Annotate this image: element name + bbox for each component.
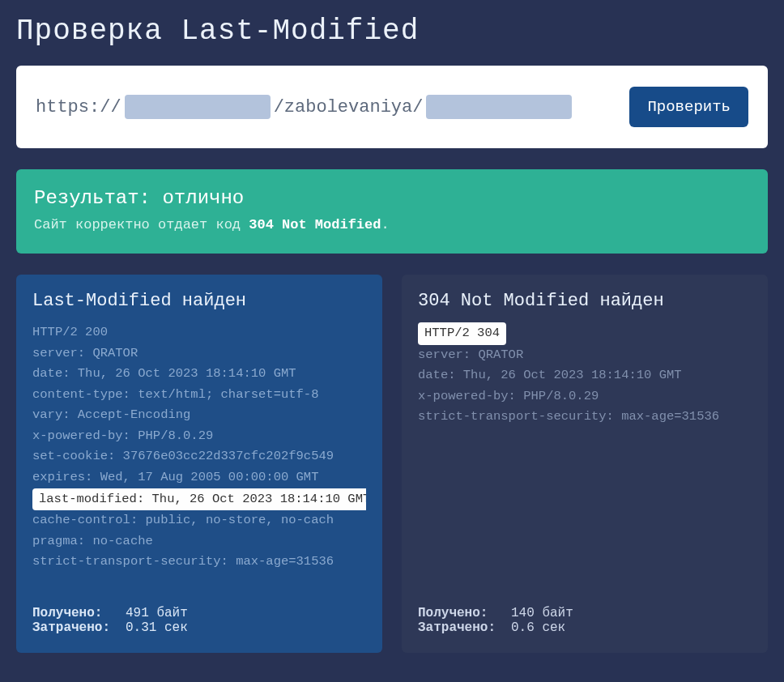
url-input-panel: https:// /zabolevaniya/ Проверить	[16, 66, 768, 148]
stat-row: Затрачено: 0.31 сек	[32, 620, 366, 635]
header-line: date: Thu, 26 Oct 2023 18:14:10 GMT	[418, 365, 752, 386]
url-prefix: https://	[36, 97, 121, 117]
page-title: Проверка Last-Modified	[16, 15, 768, 48]
header-line-highlight: last-modified: Thu, 26 Oct 2023 18:14:10…	[32, 488, 366, 511]
header-line: strict-transport-security: max-age=31536	[32, 552, 366, 573]
stat-value: 491 байт	[126, 606, 188, 620]
redacted-path	[426, 95, 572, 119]
header-line: x-powered-by: PHP/8.0.29	[32, 426, 366, 447]
stat-value: 140 байт	[511, 606, 573, 620]
stat-row: Получено: 491 байт	[32, 606, 366, 620]
response-headers-right: HTTP/2 304 server: QRATOR date: Thu, 26 …	[418, 322, 752, 590]
redacted-domain	[125, 95, 271, 119]
stat-value: 0.31 сек	[126, 620, 188, 635]
header-line: date: Thu, 26 Oct 2023 18:14:10 GMT	[32, 364, 366, 385]
stats-right: Получено: 140 байт Затрачено: 0.6 сек	[418, 606, 752, 635]
header-line: cache-control: public, no-store, no-cach	[32, 510, 366, 531]
header-line: HTTP/2 200	[32, 322, 366, 343]
response-columns: Last-Modified найден HTTP/2 200 server: …	[16, 275, 768, 653]
header-line: expires: Wed, 17 Aug 2005 00:00:00 GMT	[32, 467, 366, 488]
not-modified-card: 304 Not Modified найден HTTP/2 304 serve…	[402, 275, 768, 653]
last-modified-card: Last-Modified найден HTTP/2 200 server: …	[16, 275, 382, 653]
header-line: strict-transport-security: max-age=31536	[418, 407, 752, 428]
stat-label: Затрачено:	[32, 620, 126, 635]
header-line: set-cookie: 37676e03cc22d337cfc202f9c549	[32, 446, 366, 467]
stat-value: 0.6 сек	[511, 620, 565, 635]
result-banner: Результат: отлично Сайт корректно отдает…	[16, 169, 768, 254]
result-heading: Результат: отлично	[34, 187, 750, 209]
header-line: x-powered-by: PHP/8.0.29	[418, 386, 752, 407]
response-headers-left: HTTP/2 200 server: QRATOR date: Thu, 26 …	[32, 322, 366, 590]
url-mid: /zabolevaniya/	[274, 97, 424, 117]
header-line: pragma: no-cache	[32, 531, 366, 552]
header-line-highlight: HTTP/2 304	[418, 322, 752, 345]
header-line: content-type: text/html; charset=utf-8	[32, 385, 366, 406]
card-title: Last-Modified найден	[32, 291, 366, 311]
stats-left: Получено: 491 байт Затрачено: 0.31 сек	[32, 606, 366, 635]
result-text-pre: Сайт корректно отдает код	[34, 217, 249, 232]
stat-label: Получено:	[32, 606, 126, 620]
card-title: 304 Not Modified найден	[418, 291, 752, 311]
stat-label: Затрачено:	[418, 620, 511, 635]
header-line: vary: Accept-Encoding	[32, 405, 366, 426]
stat-row: Получено: 140 байт	[418, 606, 752, 620]
header-line: server: QRATOR	[32, 343, 366, 364]
header-line: server: QRATOR	[418, 345, 752, 366]
stat-label: Получено:	[418, 606, 511, 620]
result-text: Сайт корректно отдает код 304 Not Modifi…	[34, 217, 750, 232]
url-display[interactable]: https:// /zabolevaniya/	[36, 95, 618, 119]
result-text-strong: 304 Not Modified	[249, 217, 381, 232]
stat-row: Затрачено: 0.6 сек	[418, 620, 752, 635]
highlighted-header: last-modified: Thu, 26 Oct 2023 18:14:10…	[32, 488, 366, 511]
highlighted-header: HTTP/2 304	[418, 322, 506, 345]
result-text-post: .	[381, 217, 389, 232]
check-button[interactable]: Проверить	[629, 87, 748, 127]
